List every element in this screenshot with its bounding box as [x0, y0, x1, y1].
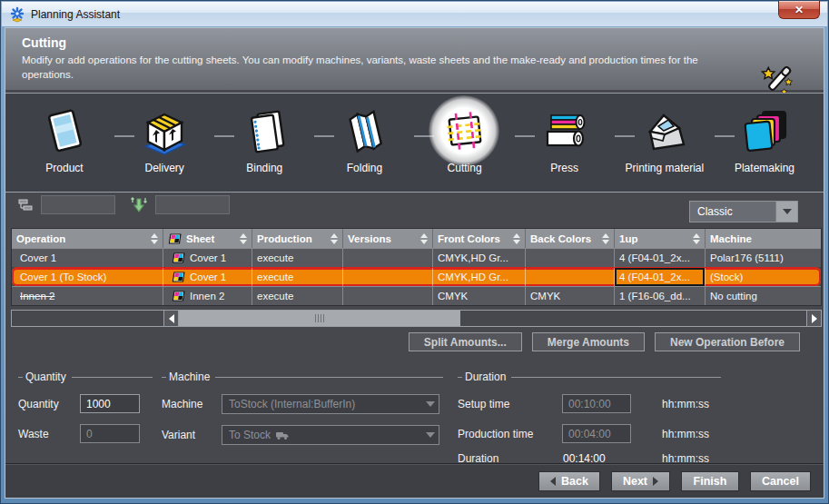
sort-arrows-icon[interactable]: [602, 233, 609, 244]
printing-material-icon: [638, 104, 691, 157]
step-press[interactable]: Press: [517, 103, 613, 192]
sort-arrows-icon[interactable]: [513, 233, 520, 244]
view-selector-arrow-button[interactable]: [775, 202, 797, 222]
sheet-icon: [172, 291, 185, 301]
close-button[interactable]: ✕: [778, 1, 820, 19]
horizontal-scrollbar[interactable]: [11, 310, 822, 327]
view-selector-value: Classic: [690, 205, 775, 218]
title-bar[interactable]: Planning Assistant: [2, 2, 827, 26]
next-button[interactable]: Next: [611, 471, 670, 491]
cell-machine[interactable]: Polar176 (5111): [706, 249, 821, 267]
cell-sheet[interactable]: Innen 2: [163, 287, 252, 305]
step-label: Product: [45, 163, 83, 175]
press-icon: [538, 104, 591, 157]
column-header-1up[interactable]: 1up: [615, 229, 706, 248]
cell-machine[interactable]: No cutting: [706, 287, 821, 305]
table-row-selected[interactable]: Cover 1 (To Stock) Cover 1 execute CMYK,…: [12, 267, 821, 286]
folding-icon: [338, 104, 390, 157]
step-label: Press: [550, 163, 578, 175]
setup-time-label: Setup time: [458, 398, 562, 410]
cell-production[interactable]: execute: [252, 249, 343, 267]
cell-1up-focused[interactable]: 4 (F04-01_2x...: [615, 268, 706, 286]
cell-front-colors[interactable]: CMYK: [433, 287, 526, 305]
table-action-buttons: Split Amounts... Merge Amounts New Opera…: [409, 332, 800, 351]
time-format-label: hh:mm:ss: [662, 428, 709, 440]
cell-1up[interactable]: 4 (F04-01_2x...: [615, 249, 706, 267]
cell-operation[interactable]: Cover 1 (To Stock): [12, 268, 163, 286]
wizard-steps: Product Delivery: [5, 93, 824, 193]
step-label: Printing material: [625, 163, 704, 175]
filter-input[interactable]: [41, 195, 115, 214]
sort-icon: [130, 197, 148, 213]
column-header-sheet[interactable]: Sheet: [163, 229, 252, 248]
column-header-versions[interactable]: Versions: [343, 229, 433, 248]
sort-arrows-icon[interactable]: [693, 233, 700, 244]
step-platemaking[interactable]: Platemaking: [716, 103, 813, 192]
step-binding[interactable]: Binding: [216, 103, 312, 192]
cell-back-colors[interactable]: CMYK: [526, 287, 615, 305]
cell-front-colors[interactable]: CMYK,HD Gr...: [433, 249, 526, 267]
operations-table: Operation Sheet Production Versions: [11, 228, 822, 306]
cell-versions[interactable]: [343, 249, 433, 267]
page-description: Modify or add operations for the cutting…: [22, 54, 712, 82]
wizard-header: Cutting Modify or add operations for the…: [5, 28, 824, 90]
column-header-back-colors[interactable]: Back Colors: [526, 229, 615, 248]
table-row[interactable]: Innen 2 Innen 2 execute CMYK CMYK 1 (F16…: [12, 286, 821, 305]
view-selector[interactable]: Classic: [689, 201, 798, 222]
delivery-icon: [138, 104, 191, 157]
scrollbar-track[interactable]: [460, 311, 806, 326]
platemaking-icon: [738, 104, 791, 157]
step-cutting[interactable]: Cutting: [417, 103, 513, 192]
cell-production[interactable]: execute: [252, 287, 343, 305]
cell-1up[interactable]: 1 (F16-06_dd...: [615, 287, 706, 305]
cell-back-colors[interactable]: [526, 249, 615, 267]
cell-machine[interactable]: (Stock): [706, 268, 821, 286]
cell-production[interactable]: execute: [252, 268, 343, 286]
back-button[interactable]: Back: [538, 471, 600, 491]
sheet-icon: [172, 252, 185, 263]
finish-button[interactable]: Finish: [681, 471, 739, 491]
column-header-operation[interactable]: Operation: [12, 229, 163, 248]
machine-dropdown: ToStock (Internal:BufferIn): [222, 394, 439, 414]
scrollbar-thumb[interactable]: [179, 311, 460, 326]
waste-input: [80, 424, 140, 443]
production-time-label: Production time: [458, 428, 562, 440]
step-label: Folding: [347, 163, 382, 175]
cell-sheet[interactable]: Cover 1: [163, 249, 252, 267]
cell-operation[interactable]: Cover 1: [12, 249, 163, 267]
sort-arrows-icon[interactable]: [240, 233, 247, 244]
column-header-front-colors[interactable]: Front Colors: [433, 229, 526, 248]
column-header-machine[interactable]: Machine: [706, 229, 821, 248]
sort-input[interactable]: [155, 195, 230, 214]
step-folding[interactable]: Folding: [316, 103, 412, 192]
step-delivery[interactable]: Delivery: [116, 103, 212, 192]
quantity-input[interactable]: [80, 394, 140, 413]
step-product[interactable]: Product: [16, 103, 113, 192]
cell-back-colors[interactable]: [526, 268, 615, 286]
cell-operation[interactable]: Innen 2: [12, 287, 163, 305]
cutting-icon: [439, 104, 491, 157]
sort-arrows-icon[interactable]: [331, 233, 338, 244]
sheet-icon: [168, 233, 182, 244]
sort-arrows-icon[interactable]: [420, 233, 428, 244]
product-icon: [38, 104, 91, 157]
column-header-production[interactable]: Production: [252, 229, 343, 248]
cell-versions[interactable]: [343, 287, 433, 305]
cell-front-colors[interactable]: CMYK,HD Gr...: [433, 268, 526, 286]
sort-arrows-icon[interactable]: [151, 233, 158, 244]
cancel-button[interactable]: Cancel: [750, 471, 811, 491]
new-operation-before-button[interactable]: New Operation Before: [655, 332, 800, 351]
split-amounts-button[interactable]: Split Amounts...: [409, 332, 522, 351]
planning-assistant-window: Planning Assistant ✕ Cutting Modify or a…: [0, 0, 829, 504]
page-title: Cutting: [22, 35, 807, 50]
table-row[interactable]: Cover 1 Cover 1 execute CMYK,HD Gr... 4 …: [12, 248, 821, 267]
step-printing-material[interactable]: Printing material: [617, 103, 713, 192]
scroll-right-button[interactable]: [806, 311, 821, 326]
variant-label: Variant: [162, 429, 222, 441]
quantity-group-title: Quantity: [18, 371, 153, 383]
merge-amounts-button[interactable]: Merge Amounts: [532, 332, 645, 351]
quantity-group: Quantity Quantity Waste: [18, 371, 153, 443]
cell-versions[interactable]: [343, 268, 433, 286]
scroll-left-button[interactable]: [164, 311, 179, 326]
cell-sheet[interactable]: Cover 1: [163, 268, 252, 286]
